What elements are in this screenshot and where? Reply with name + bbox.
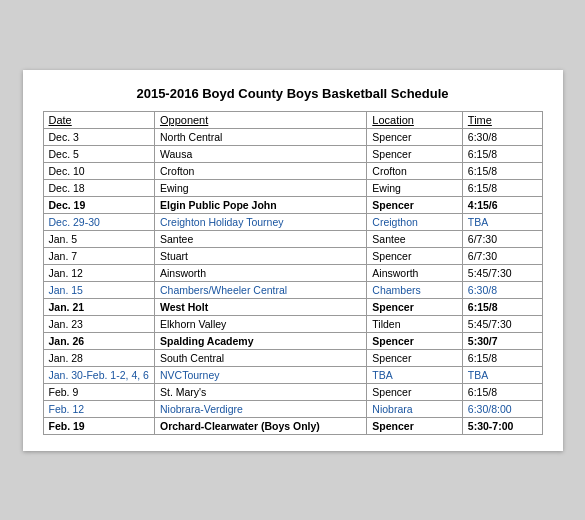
cell-location: Spencer <box>367 196 463 213</box>
page-title: 2015-2016 Boyd County Boys Basketball Sc… <box>43 86 543 101</box>
cell-time: 6:30/8:00 <box>462 400 542 417</box>
col-time: Time <box>462 111 542 128</box>
cell-opponent: Spalding Academy <box>154 332 366 349</box>
table-header-row: Date Opponent Location Time <box>43 111 542 128</box>
table-row: Dec. 19Elgin Public Pope JohnSpencer4:15… <box>43 196 542 213</box>
cell-date: Dec. 5 <box>43 145 154 162</box>
cell-opponent: Ainsworth <box>154 264 366 281</box>
table-row: Jan. 28South CentralSpencer6:15/8 <box>43 349 542 366</box>
cell-time: 4:15/6 <box>462 196 542 213</box>
cell-date: Feb. 9 <box>43 383 154 400</box>
table-row: Jan. 21West HoltSpencer6:15/8 <box>43 298 542 315</box>
table-row: Dec. 3North CentralSpencer6:30/8 <box>43 128 542 145</box>
cell-time: 6:30/8 <box>462 128 542 145</box>
cell-date: Jan. 15 <box>43 281 154 298</box>
col-date: Date <box>43 111 154 128</box>
table-row: Jan. 12AinsworthAinsworth5:45/7:30 <box>43 264 542 281</box>
cell-location: Ewing <box>367 179 463 196</box>
cell-opponent: Elgin Public Pope John <box>154 196 366 213</box>
cell-opponent: Stuart <box>154 247 366 264</box>
cell-opponent: St. Mary's <box>154 383 366 400</box>
cell-time: TBA <box>462 366 542 383</box>
cell-location: Spencer <box>367 383 463 400</box>
table-row: Jan. 5SanteeSantee6/7:30 <box>43 230 542 247</box>
cell-opponent: Orchard-Clearwater (Boys Only) <box>154 417 366 434</box>
cell-time: 6:30/8 <box>462 281 542 298</box>
cell-location: Creigthon <box>367 213 463 230</box>
table-row: Feb. 9St. Mary'sSpencer6:15/8 <box>43 383 542 400</box>
cell-date: Jan. 12 <box>43 264 154 281</box>
table-row: Dec. 29-30Creighton Holiday TourneyCreig… <box>43 213 542 230</box>
cell-location: Spencer <box>367 349 463 366</box>
cell-location: Spencer <box>367 417 463 434</box>
cell-date: Jan. 5 <box>43 230 154 247</box>
cell-time: 5:30/7 <box>462 332 542 349</box>
cell-date: Jan. 21 <box>43 298 154 315</box>
cell-location: Spencer <box>367 298 463 315</box>
table-row: Jan. 15Chambers/Wheeler CentralChambers6… <box>43 281 542 298</box>
cell-opponent: Crofton <box>154 162 366 179</box>
cell-location: Santee <box>367 230 463 247</box>
cell-date: Jan. 26 <box>43 332 154 349</box>
cell-date: Dec. 18 <box>43 179 154 196</box>
cell-location: Spencer <box>367 332 463 349</box>
cell-location: Spencer <box>367 247 463 264</box>
cell-opponent: Ewing <box>154 179 366 196</box>
cell-time: 6:15/8 <box>462 349 542 366</box>
table-row: Jan. 7StuartSpencer6/7:30 <box>43 247 542 264</box>
cell-location: Chambers <box>367 281 463 298</box>
cell-time: 5:30-7:00 <box>462 417 542 434</box>
table-row: Jan. 26Spalding AcademySpencer5:30/7 <box>43 332 542 349</box>
cell-location: Spencer <box>367 145 463 162</box>
col-opponent: Opponent <box>154 111 366 128</box>
cell-opponent: West Holt <box>154 298 366 315</box>
cell-date: Jan. 30-Feb. 1-2, 4, 6 <box>43 366 154 383</box>
cell-date: Jan. 7 <box>43 247 154 264</box>
cell-opponent: North Central <box>154 128 366 145</box>
table-row: Feb. 19Orchard-Clearwater (Boys Only)Spe… <box>43 417 542 434</box>
cell-date: Jan. 28 <box>43 349 154 366</box>
cell-location: Crofton <box>367 162 463 179</box>
cell-date: Dec. 3 <box>43 128 154 145</box>
cell-opponent: NVCTourney <box>154 366 366 383</box>
table-row: Dec. 5WausaSpencer6:15/8 <box>43 145 542 162</box>
cell-time: 6:15/8 <box>462 298 542 315</box>
cell-location: Spencer <box>367 128 463 145</box>
cell-opponent: Santee <box>154 230 366 247</box>
cell-time: 5:45/7:30 <box>462 315 542 332</box>
cell-opponent: Creighton Holiday Tourney <box>154 213 366 230</box>
cell-location: Ainsworth <box>367 264 463 281</box>
cell-location: Niobrara <box>367 400 463 417</box>
cell-date: Jan. 23 <box>43 315 154 332</box>
cell-date: Dec. 29-30 <box>43 213 154 230</box>
cell-time: TBA <box>462 213 542 230</box>
cell-time: 6:15/8 <box>462 145 542 162</box>
table-row: Dec. 10CroftonCrofton6:15/8 <box>43 162 542 179</box>
cell-time: 6/7:30 <box>462 230 542 247</box>
schedule-table: Date Opponent Location Time Dec. 3North … <box>43 111 543 435</box>
cell-time: 6:15/8 <box>462 179 542 196</box>
cell-location: Tilden <box>367 315 463 332</box>
cell-time: 5:45/7:30 <box>462 264 542 281</box>
table-row: Jan. 23Elkhorn ValleyTilden5:45/7:30 <box>43 315 542 332</box>
cell-time: 6:15/8 <box>462 162 542 179</box>
cell-date: Feb. 12 <box>43 400 154 417</box>
cell-opponent: Niobrara-Verdigre <box>154 400 366 417</box>
cell-date: Feb. 19 <box>43 417 154 434</box>
cell-opponent: South Central <box>154 349 366 366</box>
cell-opponent: Elkhorn Valley <box>154 315 366 332</box>
table-row: Jan. 30-Feb. 1-2, 4, 6NVCTourneyTBATBA <box>43 366 542 383</box>
cell-opponent: Chambers/Wheeler Central <box>154 281 366 298</box>
cell-opponent: Wausa <box>154 145 366 162</box>
cell-location: TBA <box>367 366 463 383</box>
cell-time: 6/7:30 <box>462 247 542 264</box>
schedule-card: 2015-2016 Boyd County Boys Basketball Sc… <box>23 70 563 451</box>
cell-date: Dec. 19 <box>43 196 154 213</box>
col-location: Location <box>367 111 463 128</box>
table-row: Dec. 18EwingEwing6:15/8 <box>43 179 542 196</box>
table-row: Feb. 12Niobrara-VerdigreNiobrara6:30/8:0… <box>43 400 542 417</box>
cell-time: 6:15/8 <box>462 383 542 400</box>
cell-date: Dec. 10 <box>43 162 154 179</box>
